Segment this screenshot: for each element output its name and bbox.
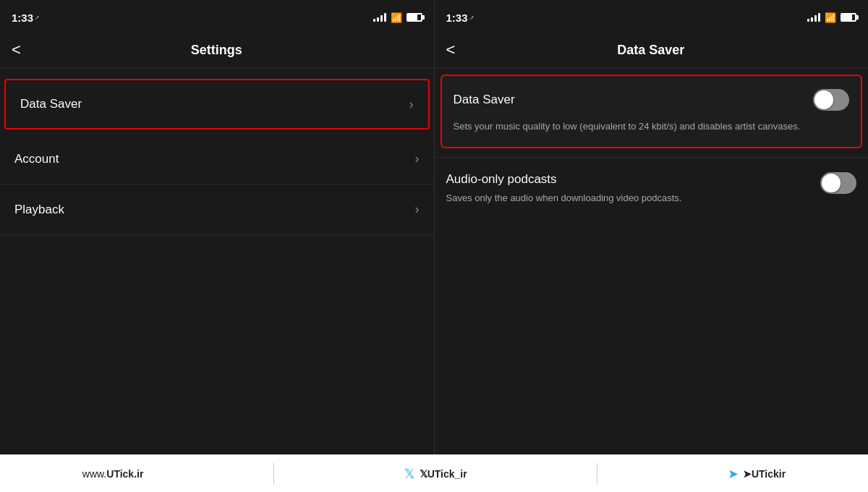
data-saver-screen: 1:33 ↑ 📶 < Data Saver Data Saver [434, 0, 869, 454]
account-label: Account [14, 152, 59, 166]
settings-title: Settings [33, 43, 401, 58]
signal-icon-left [373, 13, 386, 22]
chevron-right-icon-account: › [415, 151, 420, 166]
toggle-knob-audio-only [822, 174, 841, 192]
telegram-icon: ➤ [728, 466, 739, 482]
chevron-right-icon-playback: › [415, 202, 420, 217]
footer-telegram-item: ➤ ➤UTickir [728, 466, 786, 482]
footer-twitter-item: 𝕏 𝕏UTick_ir [404, 466, 467, 482]
footer-telegram-handle: ➤UTickir [743, 468, 786, 480]
footer-url-item: www.UTick.ir [82, 468, 144, 480]
status-icons-left: 📶 [373, 12, 422, 23]
signal-icon-right [807, 13, 820, 22]
settings-nav: < Settings [0, 32, 434, 69]
audio-only-text: Audio-only podcasts Saves only the audio… [446, 172, 812, 205]
back-button-left[interactable]: < [12, 41, 21, 59]
location-icon-right: ↑ [467, 13, 476, 22]
footer-divider-1 [273, 463, 274, 485]
back-button-right[interactable]: < [446, 41, 456, 59]
data-saver-toggle-row: Data Saver [454, 89, 850, 111]
settings-item-playback[interactable]: Playback › [0, 184, 434, 235]
settings-item-data-saver[interactable]: Data Saver › [4, 79, 430, 130]
data-saver-title: Data Saver [467, 43, 835, 58]
time-right: 1:33 ↑ [446, 12, 475, 24]
data-saver-card: Data Saver Sets your music quality to lo… [441, 75, 863, 148]
twitter-icon: 𝕏 [404, 466, 415, 482]
wifi-icon-right: 📶 [825, 12, 836, 23]
section-divider [435, 157, 869, 158]
footer-url-text: www.UTick.ir [82, 468, 144, 480]
data-saver-card-label: Data Saver [454, 93, 515, 107]
footer-bar: www.UTick.ir 𝕏 𝕏UTick_ir ➤ ➤UTickir [0, 454, 868, 492]
data-saver-description: Sets your music quality to low (equivale… [454, 119, 850, 134]
wifi-icon-left: 📶 [391, 12, 402, 23]
data-saver-label: Data Saver [20, 97, 82, 111]
playback-label: Playback [14, 203, 64, 217]
battery-icon-right [841, 13, 856, 22]
battery-icon-left [407, 13, 422, 22]
audio-only-label: Audio-only podcasts [446, 172, 812, 187]
settings-list: Data Saver › Account › Playback › [0, 69, 434, 454]
status-bar-right: 1:33 ↑ 📶 [435, 0, 869, 32]
toggle-knob-data-saver [814, 90, 833, 109]
chevron-right-icon-data-saver: › [409, 97, 414, 112]
footer-divider-2 [597, 463, 597, 485]
location-icon-left: ↑ [33, 13, 42, 22]
settings-screen: 1:33 ↑ 📶 < Settings Data Saver [0, 0, 434, 454]
data-saver-nav: < Data Saver [435, 32, 869, 69]
time-left: 1:33 ↑ [12, 12, 40, 24]
status-bar-left: 1:33 ↑ 📶 [0, 0, 434, 32]
settings-item-account[interactable]: Account › [0, 134, 434, 184]
status-icons-right: 📶 [807, 12, 856, 23]
audio-only-toggle[interactable] [820, 172, 856, 194]
footer-twitter-handle: 𝕏UTick_ir [420, 468, 467, 480]
audio-only-description: Saves only the audio when downloading vi… [446, 191, 812, 205]
audio-only-podcasts-section: Audio-only podcasts Saves only the audio… [435, 161, 869, 217]
data-saver-toggle[interactable] [813, 89, 849, 111]
